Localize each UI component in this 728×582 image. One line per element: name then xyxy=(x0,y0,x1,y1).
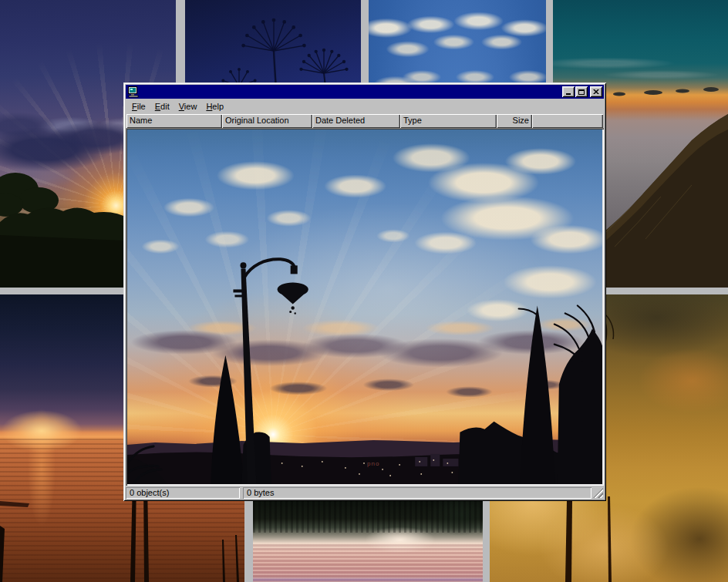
column-header-type[interactable]: Type xyxy=(400,114,497,128)
menu-bar: File Edit View Help xyxy=(126,99,604,114)
recycle-bin-window: File Edit View Help Name Original Locati… xyxy=(123,82,606,501)
maximize-button[interactable] xyxy=(575,86,588,97)
menu-view[interactable]: View xyxy=(174,100,202,113)
desktop-wallpaper: File Edit View Help Name Original Locati… xyxy=(0,0,728,582)
status-byte-count: 0 bytes xyxy=(243,487,592,499)
column-header-date-deleted[interactable]: Date Deleted xyxy=(312,114,400,128)
column-header-original-location[interactable]: Original Location xyxy=(222,114,312,128)
maximize-icon xyxy=(578,89,585,95)
minimize-icon xyxy=(566,93,571,95)
column-header-size[interactable]: Size xyxy=(497,114,532,128)
column-header-name[interactable]: Name xyxy=(126,114,222,128)
computer-icon xyxy=(127,86,140,98)
window-titlebar[interactable] xyxy=(126,85,604,99)
status-bar: 0 object(s) 0 bytes xyxy=(126,486,604,499)
photo-watermark: pno xyxy=(367,460,379,467)
sunset-lamppost-photo: pno xyxy=(127,130,602,484)
close-icon xyxy=(593,89,599,95)
minimize-button[interactable] xyxy=(562,86,575,97)
menu-file[interactable]: File xyxy=(127,100,150,113)
column-header-row: Name Original Location Date Deleted Type… xyxy=(126,114,604,128)
status-object-count: 0 object(s) xyxy=(126,487,240,499)
pink-ripples xyxy=(253,543,483,582)
resize-grip[interactable] xyxy=(593,488,603,498)
column-header-blank[interactable] xyxy=(532,114,603,128)
reflection-streaks xyxy=(253,500,483,533)
menu-help[interactable]: Help xyxy=(201,100,228,113)
menu-edit[interactable]: Edit xyxy=(150,100,174,113)
list-view-area[interactable]: pno xyxy=(126,128,604,486)
foreground-silhouettes xyxy=(127,130,602,484)
close-button[interactable] xyxy=(590,86,602,97)
